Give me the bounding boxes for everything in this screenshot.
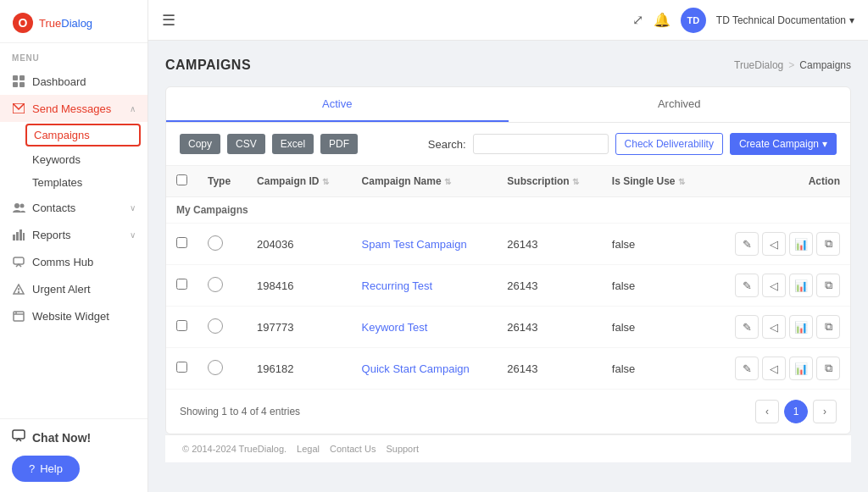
row4-select[interactable]: [176, 362, 187, 373]
row4-send-btn[interactable]: ◁: [762, 357, 786, 380]
row2-copy-btn[interactable]: ⧉: [816, 274, 840, 297]
sidebar-sub-campaigns[interactable]: Campaigns: [25, 124, 141, 146]
select-all-checkbox[interactable]: [176, 174, 187, 185]
row2-single-use: false: [602, 265, 708, 307]
row2-actions: ✎ ◁ 📊 ⧉: [708, 265, 850, 307]
sidebar-item-reports[interactable]: Reports ∨: [0, 221, 147, 248]
prev-page-btn[interactable]: ‹: [755, 400, 779, 423]
sidebar-menu-label: MENU: [0, 43, 147, 68]
logo-icon: O: [12, 12, 34, 34]
tab-active[interactable]: Active: [166, 87, 509, 122]
next-page-btn[interactable]: ›: [813, 400, 837, 423]
chat-now[interactable]: Chat Now!: [12, 429, 136, 445]
pdf-button[interactable]: PDF: [320, 134, 358, 154]
campaigns-card: Active Archived Copy CSV Excel PDF Searc…: [165, 86, 851, 434]
type-circle-icon: [208, 360, 223, 375]
help-button[interactable]: ? Help: [12, 456, 80, 482]
breadcrumb-root[interactable]: TrueDialog: [734, 59, 783, 71]
help-icon: ?: [29, 462, 35, 475]
check-deliverability-button[interactable]: Check Deliverability: [615, 133, 723, 155]
row2-edit-btn[interactable]: ✎: [735, 274, 759, 297]
svg-rect-11: [19, 229, 22, 240]
th-campaign-id: Campaign ID ⇅: [247, 166, 351, 197]
user-info[interactable]: TD Technical Documentation ▾: [716, 14, 854, 26]
row2-send-btn[interactable]: ◁: [762, 274, 786, 297]
row1-send-btn[interactable]: ◁: [762, 232, 786, 256]
widget-icon: [12, 309, 25, 323]
row3-checkbox: [166, 307, 198, 348]
breadcrumb-current: Campaigns: [799, 59, 851, 71]
row3-campaign-id: 197773: [247, 307, 351, 348]
create-campaign-button[interactable]: Create Campaign ▾: [730, 133, 837, 155]
footer-legal[interactable]: Legal: [297, 444, 320, 454]
sidebar-item-label: Dashboard: [32, 75, 86, 88]
sort-single-use[interactable]: ⇅: [678, 177, 685, 186]
svg-text:O: O: [19, 16, 28, 30]
hamburger-menu[interactable]: ☰: [162, 11, 175, 30]
svg-rect-13: [14, 257, 24, 264]
sort-campaign-id[interactable]: ⇅: [322, 177, 329, 186]
row1-subscription: 26143: [497, 224, 601, 265]
row3-stats-btn[interactable]: 📊: [789, 315, 813, 339]
alert-icon: [12, 282, 25, 296]
expand-icon[interactable]: ⤢: [632, 12, 643, 28]
table-header: Type Campaign ID ⇅ Campaign Name ⇅ Subsc…: [166, 166, 850, 197]
svg-point-8: [19, 204, 24, 208]
page-1-btn[interactable]: 1: [784, 400, 808, 423]
sidebar-sub-keywords[interactable]: Keywords: [0, 148, 147, 171]
row1-copy-btn[interactable]: ⧉: [816, 232, 840, 256]
row4-edit-btn[interactable]: ✎: [735, 357, 759, 380]
row1-edit-btn[interactable]: ✎: [735, 232, 759, 256]
row4-campaign-name: Quick Start Campaign: [352, 348, 498, 390]
row1-stats-btn[interactable]: 📊: [789, 232, 813, 256]
sort-subscription[interactable]: ⇅: [572, 177, 579, 186]
row4-copy-btn[interactable]: ⧉: [816, 357, 840, 380]
sidebar-item-website-widget[interactable]: Website Widget: [0, 302, 147, 329]
envelope-icon: [12, 102, 25, 115]
row4-stats-btn[interactable]: 📊: [789, 357, 813, 380]
sidebar-item-comms-hub[interactable]: Comms Hub: [0, 248, 147, 275]
search-label: Search:: [428, 138, 466, 151]
row2-campaign-link[interactable]: Recurring Test: [362, 279, 433, 292]
svg-point-16: [19, 291, 19, 292]
row1-select[interactable]: [176, 237, 187, 248]
sidebar-item-urgent-alert[interactable]: Urgent Alert: [0, 275, 147, 302]
sidebar-item-dashboard[interactable]: Dashboard: [0, 68, 147, 95]
row3-campaign-link[interactable]: Keyword Test: [362, 321, 428, 334]
row3-copy-btn[interactable]: ⧉: [816, 315, 840, 339]
row2-stats-btn[interactable]: 📊: [789, 274, 813, 297]
tab-archived[interactable]: Archived: [509, 87, 851, 122]
copy-button[interactable]: Copy: [180, 134, 220, 154]
contacts-label: Contacts: [32, 202, 75, 214]
row3-type: [198, 307, 247, 348]
row3-single-use: false: [602, 307, 708, 348]
page-header: CAMPAIGNS TrueDialog > Campaigns: [165, 58, 851, 73]
bell-icon[interactable]: 🔔: [654, 12, 670, 28]
footer-contact[interactable]: Contact Us: [330, 444, 376, 454]
footer-support[interactable]: Support: [386, 444, 419, 454]
row1-campaign-link[interactable]: Spam Test Campaign: [362, 238, 467, 251]
csv-button[interactable]: CSV: [227, 134, 265, 154]
sidebar-item-contacts[interactable]: Contacts ∨: [0, 194, 147, 221]
sort-campaign-name[interactable]: ⇅: [444, 177, 451, 186]
svg-rect-9: [13, 235, 15, 240]
excel-button[interactable]: Excel: [272, 134, 314, 154]
search-input[interactable]: [473, 134, 609, 154]
reports-chevron: ∨: [130, 230, 136, 240]
content-area: CAMPAIGNS TrueDialog > Campaigns Active …: [148, 41, 868, 492]
table-row: 204036 Spam Test Campaign 26143 false ✎ …: [166, 224, 850, 265]
row3-edit-btn[interactable]: ✎: [735, 315, 759, 339]
row4-campaign-link[interactable]: Quick Start Campaign: [362, 362, 470, 375]
row2-select[interactable]: [176, 279, 187, 290]
th-subscription: Subscription ⇅: [497, 166, 601, 197]
row1-checkbox: [166, 224, 198, 265]
sidebar-item-send-messages[interactable]: Send Messages ∧: [0, 95, 147, 122]
footer-copyright: © 2014-2024 TrueDialog.: [182, 444, 287, 454]
th-type: Type: [198, 166, 247, 197]
table-row: 198416 Recurring Test 26143 false ✎ ◁ 📊 …: [166, 265, 850, 307]
row3-select[interactable]: [176, 320, 187, 331]
row3-send-btn[interactable]: ◁: [762, 315, 786, 339]
sidebar-sub-templates[interactable]: Templates: [0, 171, 147, 194]
website-widget-label: Website Widget: [32, 310, 109, 323]
row4-single-use: false: [602, 348, 708, 390]
